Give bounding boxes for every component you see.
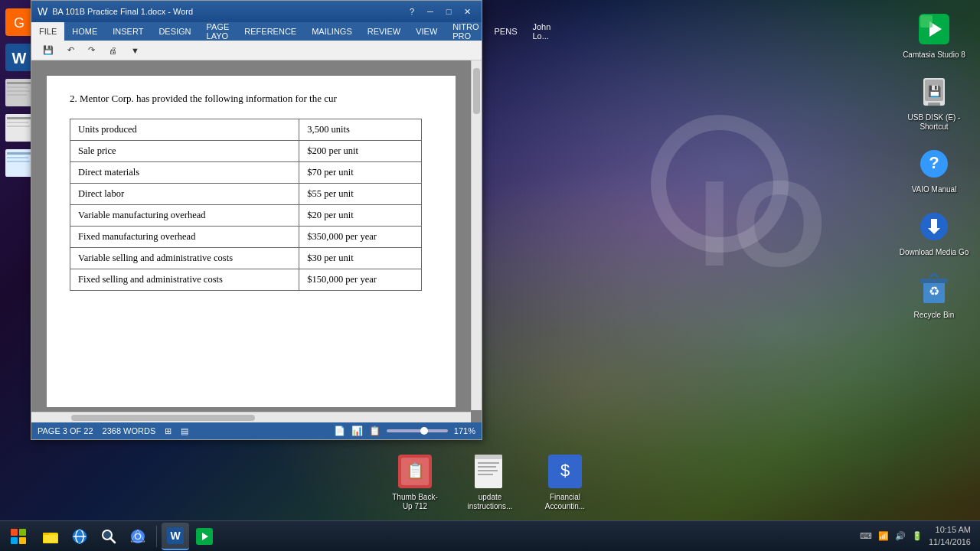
logo-q3 xyxy=(11,537,18,544)
layout-icon1[interactable]: ⊞ xyxy=(165,426,172,436)
tab-pagelayout[interactable]: PAGE LAYO xyxy=(199,22,237,41)
status-right: 📄 📊 📋 171% xyxy=(334,425,475,436)
zoom-slider[interactable] xyxy=(387,429,448,432)
word-title-icon: W xyxy=(38,5,47,18)
desktop-icon-camtasia[interactable]: Camtasia Studio 8 xyxy=(896,8,972,63)
taskbar-system-tray: ⌨ 📶 🔊 🔋 10:15 AM 11/14/2016 xyxy=(860,524,977,548)
manual-icon: ? xyxy=(916,145,952,182)
layout-btn1[interactable]: 📄 xyxy=(334,425,345,436)
tab-review[interactable]: REVIEW xyxy=(360,22,408,41)
desktop-icon-recycle[interactable]: ♻ Recycle Bin xyxy=(896,268,972,323)
minimize-button[interactable]: ─ xyxy=(422,5,439,18)
svg-rect-19 xyxy=(7,86,28,88)
tab-view[interactable]: VIEW xyxy=(408,22,445,41)
tray-network[interactable]: 📶 xyxy=(878,531,889,541)
svg-rect-24 xyxy=(7,122,28,123)
table-cell-label: Units produced xyxy=(70,119,299,140)
ribbon-save-btn[interactable]: 💾 xyxy=(38,43,59,57)
svg-rect-23 xyxy=(7,117,31,119)
tray-volume[interactable]: 🔊 xyxy=(895,531,906,541)
bottom-icon-update[interactable]: update instructions... xyxy=(460,450,520,514)
financial-label: Financial Accountin... xyxy=(538,493,592,511)
help-button[interactable]: ? xyxy=(403,5,420,18)
start-button[interactable] xyxy=(3,523,34,550)
ribbon-print-btn[interactable]: 🖨 xyxy=(103,44,122,57)
svg-rect-2 xyxy=(920,15,933,28)
svg-text:📋: 📋 xyxy=(406,461,425,480)
table-cell-value: $150,000 per year xyxy=(299,269,422,290)
logo-q1 xyxy=(11,529,18,536)
document-page: 2. Mentor Corp. has provided the followi… xyxy=(47,76,456,407)
taskbar-chrome[interactable] xyxy=(124,523,152,550)
scrollbar-vertical[interactable] xyxy=(471,60,482,410)
desktop-icon-manual[interactable]: ? VAIO Manual xyxy=(896,142,972,197)
svg-rect-35 xyxy=(478,462,499,464)
taskbar-word[interactable]: W xyxy=(162,523,189,550)
scroll-thumb-horizontal[interactable] xyxy=(71,415,255,421)
tab-user[interactable]: John Lo... xyxy=(524,22,558,41)
table-row: Units produced 3,500 units xyxy=(70,119,422,140)
svg-text:G: G xyxy=(14,15,24,31)
svg-text:💾: 💾 xyxy=(928,85,942,98)
table-row: Sale price $200 per unit xyxy=(70,140,422,161)
taskbar-explorer[interactable] xyxy=(37,523,64,550)
tab-reference[interactable]: REFERENCE xyxy=(237,22,304,41)
title-bar-buttons: ? ─ □ ✕ xyxy=(403,5,475,18)
svg-text:♻: ♻ xyxy=(929,285,939,298)
svg-text:W: W xyxy=(170,530,181,542)
taskbar-date: 11/14/2016 xyxy=(929,536,971,548)
taskbar-search[interactable] xyxy=(95,523,122,550)
taskbar-app-icons: W xyxy=(37,523,860,550)
svg-rect-25 xyxy=(7,126,30,127)
table-row: Direct labor $55 per unit xyxy=(70,183,422,204)
table-cell-label: Fixed manufacturing overhead xyxy=(70,226,299,247)
tab-insert[interactable]: INSERT xyxy=(105,22,151,41)
tab-home[interactable]: HOME xyxy=(64,22,105,41)
taskbar-ie[interactable] xyxy=(66,523,93,550)
tray-keyboard[interactable]: ⌨ xyxy=(860,531,872,541)
tab-mailings[interactable]: MAILINGS xyxy=(304,22,360,41)
manual-label: VAIO Manual xyxy=(912,185,957,194)
tab-design[interactable]: DESIGN xyxy=(151,22,198,41)
tab-pens[interactable]: PENS xyxy=(487,22,525,41)
camtasia-icon xyxy=(916,11,952,47)
ribbon-more-btn[interactable]: ▼ xyxy=(126,44,145,57)
svg-point-53 xyxy=(136,534,140,539)
thumb-label: Thumb Back-Up 712 xyxy=(388,493,442,511)
logo-q2 xyxy=(19,529,26,536)
table-row: Variable selling and administrative cost… xyxy=(70,247,422,269)
svg-rect-18 xyxy=(7,82,31,84)
layout-btn2[interactable]: 📊 xyxy=(351,425,363,436)
close-button[interactable]: ✕ xyxy=(459,5,475,18)
bottom-icon-thumb[interactable]: 📋 Thumb Back-Up 712 xyxy=(385,450,445,514)
table-cell-label: Fixed selling and administrative costs xyxy=(70,269,299,290)
bottom-icon-financial[interactable]: $ Financial Accountin... xyxy=(535,450,595,514)
desktop-icon-usb[interactable]: 💾 USB DISK (E) - Shortcut xyxy=(896,70,972,135)
tab-nitropro[interactable]: NITRO PRO xyxy=(445,22,486,41)
desktop: IO Camtasia Studio 8 💾 U xyxy=(0,0,980,551)
status-bar: PAGE 3 OF 22 2368 WORDS ⊞ ▤ 📄 📊 📋 171% xyxy=(31,422,482,439)
svg-rect-44 xyxy=(44,535,57,543)
tab-file[interactable]: FILE xyxy=(31,22,64,41)
taskbar-time: 10:15 AM xyxy=(929,524,971,536)
taskbar-time-area[interactable]: 10:15 AM 11/14/2016 xyxy=(929,524,971,548)
tray-battery[interactable]: 🔋 xyxy=(912,531,923,541)
desktop-icon-download[interactable]: Download Media Go xyxy=(896,205,972,260)
table-cell-value: 3,500 units xyxy=(299,119,422,140)
recycle-label: Recycle Bin xyxy=(914,311,955,320)
layout-icon2[interactable]: ▤ xyxy=(181,426,188,436)
page-info: PAGE 3 OF 22 xyxy=(38,426,93,435)
ribbon-tabs: FILE HOME INSERT DESIGN PAGE LAYO REFERE… xyxy=(31,22,482,41)
layout-btn3[interactable]: 📋 xyxy=(369,425,381,436)
zoom-level: 171% xyxy=(454,426,475,435)
usb-label: USB DISK (E) - Shortcut xyxy=(899,113,969,132)
ribbon-undo-btn[interactable]: ↶ xyxy=(62,43,80,57)
table-cell-label: Direct materials xyxy=(70,161,299,183)
ribbon-redo-btn[interactable]: ↷ xyxy=(83,43,100,57)
table-cell-label: Variable selling and administrative cost… xyxy=(70,247,299,269)
scrollbar-horizontal[interactable] xyxy=(31,412,471,422)
table-cell-label: Sale price xyxy=(70,140,299,161)
maximize-button[interactable]: □ xyxy=(440,5,457,18)
taskbar-camtasia-tray[interactable] xyxy=(191,523,218,550)
scroll-thumb-vertical[interactable] xyxy=(473,68,480,114)
